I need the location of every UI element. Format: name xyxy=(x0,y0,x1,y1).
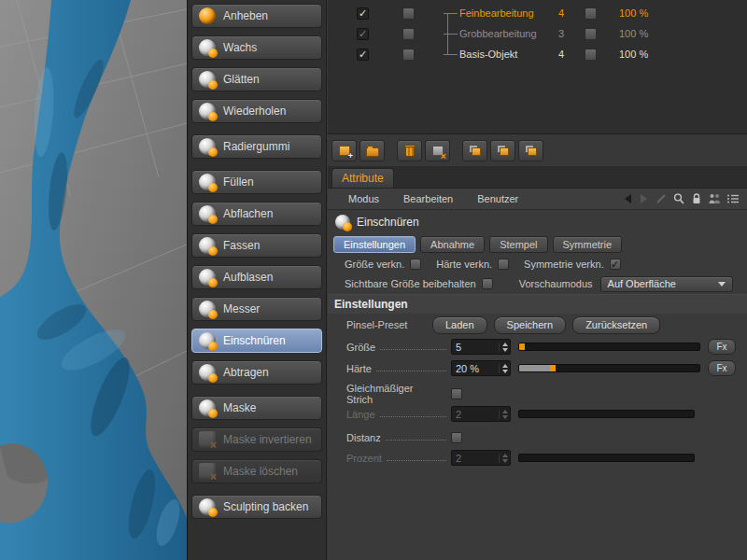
hardness-link-checkbox[interactable] xyxy=(498,259,509,270)
hardness-fx-button[interactable]: Fx xyxy=(708,360,736,376)
size-input[interactable]: 5 xyxy=(451,339,511,355)
steady-stroke-checkbox[interactable] xyxy=(451,388,462,399)
tool-button-abtragen[interactable]: Abtragen xyxy=(191,360,322,385)
layer-row-grobbearbeitung[interactable]: ✓ Grobbearbeitung 3 100 % xyxy=(328,23,747,44)
users-icon[interactable] xyxy=(708,192,721,205)
layer-row-feinbearbeitung[interactable]: ✓ Feinbearbeitung 4 100 % xyxy=(328,3,747,23)
menu-bearbeiten[interactable]: Bearbeiten xyxy=(403,193,453,204)
merge-layer-button[interactable] xyxy=(518,140,543,161)
load-preset-button[interactable]: Laden xyxy=(432,316,487,334)
layer-option-box[interactable] xyxy=(402,49,415,61)
percent-label: Prozent xyxy=(346,453,451,464)
layer-option-box[interactable] xyxy=(402,7,415,20)
tab-stempel[interactable]: Stempel xyxy=(489,236,547,253)
delete-layer-button[interactable] xyxy=(397,140,422,161)
layer-name[interactable]: Basis-Objekt xyxy=(459,49,558,60)
layer-mask-box[interactable] xyxy=(585,49,597,61)
duplicate-layer-button[interactable] xyxy=(490,140,515,161)
layer-toolbar xyxy=(328,134,747,167)
layer-name[interactable]: Feinbearbeitung xyxy=(459,7,558,19)
add-layer-button[interactable] xyxy=(331,140,357,161)
list-icon[interactable] xyxy=(726,192,740,205)
hardness-slider[interactable] xyxy=(518,364,700,372)
layer-visibility-checkbox[interactable]: ✓ xyxy=(357,28,369,40)
abflachen-tool-icon xyxy=(199,205,216,222)
hardness-param-row: Härte 20 % Fx xyxy=(328,357,747,379)
length-slider[interactable] xyxy=(518,410,695,418)
add-folder-button[interactable] xyxy=(359,140,385,161)
tool-button-anheben[interactable]: Anheben xyxy=(191,4,322,28)
tool-button-fuellen[interactable]: Füllen xyxy=(191,170,322,194)
search-icon[interactable] xyxy=(672,192,685,205)
tool-button-fassen[interactable]: Fassen xyxy=(191,233,322,258)
pen-icon[interactable] xyxy=(655,192,667,205)
tool-button-aufblasen[interactable]: Aufblasen xyxy=(191,265,322,289)
length-input[interactable]: 2 xyxy=(451,406,511,422)
distance-checkbox[interactable] xyxy=(451,432,462,443)
copy-layer-button[interactable] xyxy=(462,140,487,161)
brush-preset-row: Pinsel-Preset Laden Speichern Zurücksetz… xyxy=(328,314,747,336)
attribute-tabs: Einstellungen Abnahme Stempel Symmetrie xyxy=(328,234,747,255)
viewport-3d[interactable] xyxy=(0,0,187,560)
save-preset-button[interactable]: Speichern xyxy=(494,316,567,334)
tool-button-wachs[interactable]: Wachs xyxy=(191,35,322,60)
add-folder-icon xyxy=(366,145,378,156)
layer-visibility-checkbox[interactable]: ✓ xyxy=(357,49,369,61)
tool-button-maske-invertieren[interactable]: Maske invertieren xyxy=(191,427,322,452)
size-slider[interactable] xyxy=(518,343,700,351)
tool-button-messer[interactable]: Messer xyxy=(191,297,322,321)
percent-input[interactable]: 2 xyxy=(451,450,511,466)
tool-button-maske-loeschen[interactable]: Maske löschen xyxy=(191,459,322,483)
layer-strength[interactable]: 100 % xyxy=(619,7,648,19)
settings-section-header[interactable]: Einstellungen xyxy=(328,294,747,314)
tool-label: Sculpting backen xyxy=(223,500,308,513)
hardness-stepper[interactable] xyxy=(499,364,508,373)
tool-button-abflachen[interactable]: Abflachen xyxy=(191,202,322,226)
tool-button-glaetten[interactable]: Glätten xyxy=(191,67,322,91)
einschnueren-tool-icon xyxy=(199,332,216,349)
layer-strength[interactable]: 100 % xyxy=(619,49,648,60)
back-arrow-icon[interactable] xyxy=(622,192,633,205)
layer-visibility-checkbox[interactable]: ✓ xyxy=(357,7,369,20)
tab-einstellungen[interactable]: Einstellungen xyxy=(333,236,416,253)
size-fx-button[interactable]: Fx xyxy=(708,339,736,355)
tool-label: Abflachen xyxy=(223,207,273,220)
size-stepper[interactable] xyxy=(499,343,508,352)
symmetry-link-checkbox[interactable]: ✓ xyxy=(610,259,621,270)
layer-mask-box[interactable] xyxy=(585,7,597,20)
tab-attribute[interactable]: Attribute xyxy=(331,168,394,188)
fassen-tool-icon xyxy=(199,237,216,254)
length-stepper[interactable] xyxy=(499,410,508,419)
erase-layer-button[interactable] xyxy=(425,140,450,161)
tool-button-radiergummi[interactable]: Radiergummi xyxy=(191,134,322,159)
attribute-menu-icons xyxy=(622,192,740,205)
copy-layer-icon xyxy=(469,145,481,156)
layer-option-box[interactable] xyxy=(402,28,415,40)
tool-button-einschnueren[interactable]: Einschnüren xyxy=(191,329,322,353)
layer-mask-box[interactable] xyxy=(585,28,597,40)
distance-row: Distanz xyxy=(328,428,747,447)
tool-button-sculpting-backen[interactable]: Sculpting backen xyxy=(191,495,322,519)
percent-stepper[interactable] xyxy=(499,454,508,463)
active-tool-icon xyxy=(335,215,350,230)
tab-symmetrie[interactable]: Symmetrie xyxy=(553,236,623,253)
tool-button-wiederholen[interactable]: Wiederholen xyxy=(191,99,322,123)
menu-benutzer[interactable]: Benutzer xyxy=(477,193,518,204)
active-tool-header: Einschnüren xyxy=(328,210,747,234)
preview-mode-dropdown[interactable]: Auf Oberfläche xyxy=(600,276,733,292)
layer-strength[interactable]: 100 % xyxy=(619,28,648,39)
preview-mode-label: Vorschaumodus xyxy=(519,278,593,289)
visible-size-checkbox[interactable] xyxy=(482,278,493,289)
layer-tree-stub xyxy=(444,34,458,35)
percent-slider[interactable] xyxy=(518,454,695,462)
hardness-input[interactable]: 20 % xyxy=(451,360,511,376)
reset-preset-button[interactable]: Zurücksetzen xyxy=(572,316,660,334)
tool-button-maske[interactable]: Maske xyxy=(191,396,322,420)
lock-icon[interactable] xyxy=(691,192,702,205)
layer-row-basis-objekt[interactable]: ✓ Basis-Objekt 4 100 % xyxy=(328,44,747,64)
size-link-checkbox[interactable] xyxy=(410,259,421,270)
forward-arrow-icon[interactable] xyxy=(639,192,650,205)
layer-name[interactable]: Grobbearbeitung xyxy=(459,28,558,39)
tab-abnahme[interactable]: Abnahme xyxy=(420,236,485,253)
menu-modus[interactable]: Modus xyxy=(348,193,379,204)
